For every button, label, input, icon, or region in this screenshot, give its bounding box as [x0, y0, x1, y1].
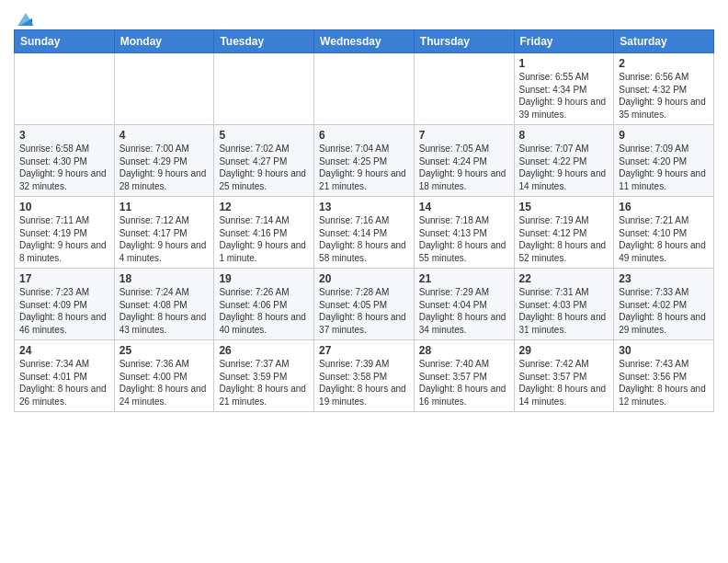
day-info: Sunrise: 6:55 AM Sunset: 4:34 PM Dayligh…: [519, 71, 609, 121]
day-info: Sunrise: 7:12 AM Sunset: 4:17 PM Dayligh…: [119, 214, 210, 264]
day-number: 13: [319, 201, 409, 213]
day-info: Sunrise: 7:43 AM Sunset: 3:56 PM Dayligh…: [619, 358, 709, 408]
day-info: Sunrise: 7:24 AM Sunset: 4:08 PM Dayligh…: [119, 286, 210, 336]
day-number: 15: [519, 201, 609, 213]
day-info: Sunrise: 7:07 AM Sunset: 4:22 PM Dayligh…: [519, 143, 609, 192]
table-row: 14Sunrise: 7:18 AM Sunset: 4:13 PM Dayli…: [414, 197, 514, 269]
day-info: Sunrise: 7:37 AM Sunset: 3:59 PM Dayligh…: [219, 358, 309, 408]
day-number: 10: [19, 201, 109, 213]
table-row: 22Sunrise: 7:31 AM Sunset: 4:03 PM Dayli…: [514, 269, 614, 340]
day-number: 12: [219, 201, 309, 213]
table-row: 25Sunrise: 7:36 AM Sunset: 4:00 PM Dayli…: [114, 340, 214, 412]
day-info: Sunrise: 7:42 AM Sunset: 3:57 PM Dayligh…: [519, 358, 609, 408]
table-row: 2Sunrise: 6:56 AM Sunset: 4:32 PM Daylig…: [614, 53, 714, 125]
day-number: 8: [519, 129, 609, 142]
day-number: 2: [619, 57, 709, 70]
day-number: 26: [219, 344, 309, 357]
day-info: Sunrise: 7:21 AM Sunset: 4:10 PM Dayligh…: [619, 214, 709, 264]
day-info: Sunrise: 6:58 AM Sunset: 4:30 PM Dayligh…: [19, 143, 109, 192]
day-info: Sunrise: 7:19 AM Sunset: 4:12 PM Dayligh…: [519, 214, 609, 264]
table-row: [214, 53, 314, 125]
day-info: Sunrise: 7:26 AM Sunset: 4:06 PM Dayligh…: [219, 286, 309, 336]
day-number: 20: [319, 272, 409, 285]
day-info: Sunrise: 7:09 AM Sunset: 4:20 PM Dayligh…: [619, 143, 709, 192]
day-info: Sunrise: 7:36 AM Sunset: 4:00 PM Dayligh…: [119, 358, 210, 408]
day-info: Sunrise: 7:02 AM Sunset: 4:27 PM Dayligh…: [219, 143, 309, 192]
col-monday: Monday: [114, 30, 214, 53]
day-info: Sunrise: 7:11 AM Sunset: 4:19 PM Dayligh…: [19, 214, 109, 264]
calendar-table: Sunday Monday Tuesday Wednesday Thursday…: [14, 29, 714, 412]
table-row: 26Sunrise: 7:37 AM Sunset: 3:59 PM Dayli…: [214, 340, 314, 412]
day-info: Sunrise: 7:23 AM Sunset: 4:09 PM Dayligh…: [19, 286, 109, 336]
day-number: 21: [419, 272, 509, 285]
table-row: 12Sunrise: 7:14 AM Sunset: 4:16 PM Dayli…: [214, 197, 314, 269]
day-number: 23: [619, 272, 709, 285]
table-row: 10Sunrise: 7:11 AM Sunset: 4:19 PM Dayli…: [15, 197, 115, 269]
table-row: 20Sunrise: 7:28 AM Sunset: 4:05 PM Dayli…: [314, 269, 415, 340]
day-info: Sunrise: 7:28 AM Sunset: 4:05 PM Dayligh…: [319, 286, 409, 336]
table-row: 28Sunrise: 7:40 AM Sunset: 3:57 PM Dayli…: [414, 340, 514, 412]
day-number: 29: [519, 344, 609, 357]
week-row: 3Sunrise: 6:58 AM Sunset: 4:30 PM Daylig…: [15, 125, 714, 197]
table-row: [414, 53, 514, 125]
week-row: 10Sunrise: 7:11 AM Sunset: 4:19 PM Dayli…: [15, 197, 714, 269]
week-row: 17Sunrise: 7:23 AM Sunset: 4:09 PM Dayli…: [15, 269, 714, 340]
day-number: 3: [19, 129, 109, 142]
table-row: 27Sunrise: 7:39 AM Sunset: 3:58 PM Dayli…: [314, 340, 415, 412]
col-tuesday: Tuesday: [214, 30, 314, 53]
col-sunday: Sunday: [15, 30, 115, 53]
day-number: 18: [119, 272, 210, 285]
table-row: [15, 53, 115, 125]
table-row: 11Sunrise: 7:12 AM Sunset: 4:17 PM Dayli…: [114, 197, 214, 269]
day-info: Sunrise: 7:34 AM Sunset: 4:01 PM Dayligh…: [19, 358, 109, 408]
table-row: 15Sunrise: 7:19 AM Sunset: 4:12 PM Dayli…: [514, 197, 614, 269]
day-number: 28: [419, 344, 509, 357]
logo: [14, 9, 36, 26]
table-row: 7Sunrise: 7:05 AM Sunset: 4:24 PM Daylig…: [414, 125, 514, 197]
table-row: 3Sunrise: 6:58 AM Sunset: 4:30 PM Daylig…: [15, 125, 115, 197]
day-info: Sunrise: 7:00 AM Sunset: 4:29 PM Dayligh…: [119, 143, 210, 192]
day-info: Sunrise: 7:16 AM Sunset: 4:14 PM Dayligh…: [319, 214, 409, 264]
day-number: 25: [119, 344, 210, 357]
day-info: Sunrise: 7:04 AM Sunset: 4:25 PM Dayligh…: [319, 143, 409, 192]
day-number: 4: [119, 129, 210, 142]
table-row: 29Sunrise: 7:42 AM Sunset: 3:57 PM Dayli…: [514, 340, 614, 412]
day-info: Sunrise: 7:39 AM Sunset: 3:58 PM Dayligh…: [319, 358, 409, 408]
header-row-days: Sunday Monday Tuesday Wednesday Thursday…: [15, 30, 714, 53]
day-number: 22: [519, 272, 609, 285]
day-number: 6: [319, 129, 409, 142]
week-row: 24Sunrise: 7:34 AM Sunset: 4:01 PM Dayli…: [15, 340, 714, 412]
table-row: 23Sunrise: 7:33 AM Sunset: 4:02 PM Dayli…: [614, 269, 714, 340]
day-number: 30: [619, 344, 709, 357]
table-row: 18Sunrise: 7:24 AM Sunset: 4:08 PM Dayli…: [114, 269, 214, 340]
day-number: 11: [119, 201, 210, 213]
day-number: 24: [19, 344, 109, 357]
page: Sunday Monday Tuesday Wednesday Thursday…: [0, 0, 728, 421]
table-row: 9Sunrise: 7:09 AM Sunset: 4:20 PM Daylig…: [614, 125, 714, 197]
table-row: 16Sunrise: 7:21 AM Sunset: 4:10 PM Dayli…: [614, 197, 714, 269]
day-number: 27: [319, 344, 409, 357]
day-number: 16: [619, 201, 709, 213]
day-number: 9: [619, 129, 709, 142]
week-row: 1Sunrise: 6:55 AM Sunset: 4:34 PM Daylig…: [15, 53, 714, 125]
table-row: 21Sunrise: 7:29 AM Sunset: 4:04 PM Dayli…: [414, 269, 514, 340]
day-number: 17: [19, 272, 109, 285]
col-saturday: Saturday: [614, 30, 714, 53]
table-row: [314, 53, 415, 125]
col-friday: Friday: [514, 30, 614, 53]
day-number: 5: [219, 129, 309, 142]
logo-triangle-icon: [16, 9, 36, 29]
table-row: 4Sunrise: 7:00 AM Sunset: 4:29 PM Daylig…: [114, 125, 214, 197]
day-number: 7: [419, 129, 509, 142]
day-info: Sunrise: 7:33 AM Sunset: 4:02 PM Dayligh…: [619, 286, 709, 336]
day-info: Sunrise: 6:56 AM Sunset: 4:32 PM Dayligh…: [619, 71, 709, 121]
day-info: Sunrise: 7:29 AM Sunset: 4:04 PM Dayligh…: [419, 286, 509, 336]
table-row: 13Sunrise: 7:16 AM Sunset: 4:14 PM Dayli…: [314, 197, 415, 269]
table-row: [114, 53, 214, 125]
day-number: 14: [419, 201, 509, 213]
day-info: Sunrise: 7:40 AM Sunset: 3:57 PM Dayligh…: [419, 358, 509, 408]
col-wednesday: Wednesday: [314, 30, 415, 53]
col-thursday: Thursday: [414, 30, 514, 53]
table-row: 5Sunrise: 7:02 AM Sunset: 4:27 PM Daylig…: [214, 125, 314, 197]
table-row: 6Sunrise: 7:04 AM Sunset: 4:25 PM Daylig…: [314, 125, 415, 197]
